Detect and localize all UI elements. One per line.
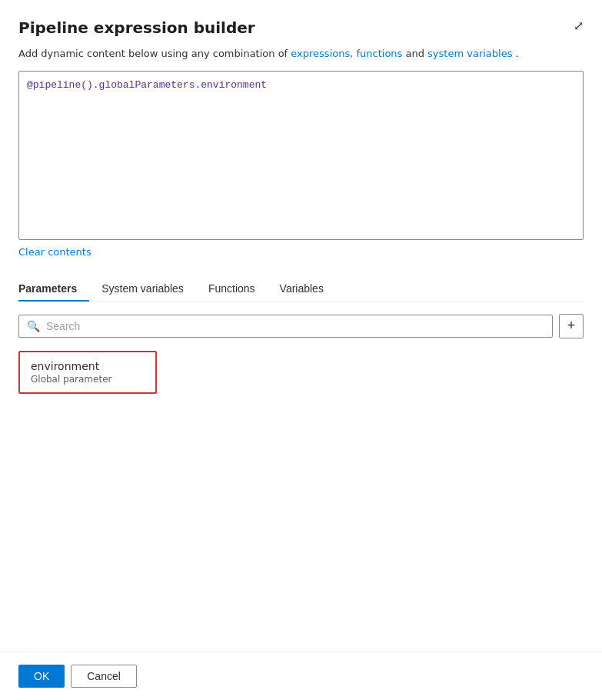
- tab-functions[interactable]: Functions: [196, 276, 268, 301]
- expand-icon[interactable]: ⤢: [574, 18, 584, 33]
- add-parameter-button[interactable]: +: [559, 314, 584, 338]
- dialog-footer: OK Cancel: [0, 652, 602, 700]
- tabs-section: Parameters System variables Functions Va…: [18, 276, 584, 652]
- system-variables-link[interactable]: system variables: [427, 48, 512, 59]
- search-icon: 🔍: [27, 320, 40, 332]
- subtitle-prefix: Add dynamic content below using any comb…: [18, 48, 291, 59]
- clear-contents-link[interactable]: Clear contents: [18, 246, 584, 258]
- tab-system-variables[interactable]: System variables: [89, 276, 196, 301]
- search-input[interactable]: [46, 320, 544, 332]
- parameter-name: environment: [31, 360, 145, 372]
- cancel-button[interactable]: Cancel: [71, 665, 137, 688]
- parameter-item[interactable]: environment Global parameter: [18, 351, 157, 394]
- subtitle-text: Add dynamic content below using any comb…: [18, 46, 584, 62]
- expressions-functions-link[interactable]: expressions, functions: [291, 48, 402, 59]
- subtitle-suffix: .: [516, 48, 519, 59]
- search-box: 🔍: [18, 315, 553, 338]
- parameter-type: Global parameter: [31, 374, 145, 385]
- subtitle-middle: and: [406, 48, 428, 59]
- pipeline-expression-builder: Pipeline expression builder ⤢ Add dynami…: [0, 0, 602, 652]
- tabs-header: Parameters System variables Functions Va…: [18, 276, 584, 302]
- ok-button[interactable]: OK: [18, 665, 65, 688]
- dialog-title: Pipeline expression builder: [18, 18, 255, 37]
- tab-parameters[interactable]: Parameters: [18, 276, 89, 301]
- search-row: 🔍 +: [18, 314, 584, 338]
- expression-textarea[interactable]: [18, 71, 584, 240]
- tab-variables[interactable]: Variables: [268, 276, 336, 301]
- dialog-header: Pipeline expression builder ⤢: [18, 18, 584, 37]
